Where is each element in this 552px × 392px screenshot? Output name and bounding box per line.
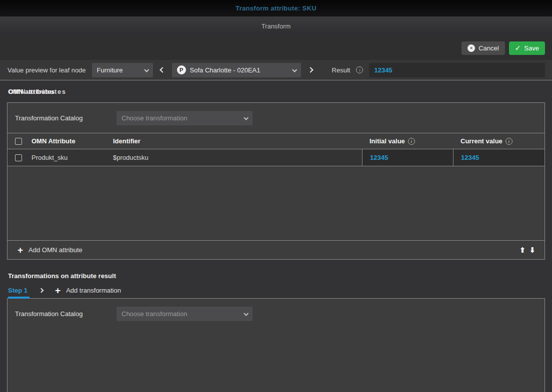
action-toolbar: ✕ Cancel ✓ Save xyxy=(0,36,552,60)
header-identifier: Identifier xyxy=(112,133,362,149)
add-transformation-button[interactable]: + Add transformation xyxy=(55,286,121,295)
omn-table-header: OMN Attribute Identifier Initial value i… xyxy=(8,133,544,149)
transformations-heading: Transformations on attribute result xyxy=(0,260,552,284)
active-tab-underline xyxy=(8,297,30,299)
tab-step-1[interactable]: Step 1 xyxy=(8,287,28,294)
value-preview-label: Value preview for leaf node xyxy=(8,66,86,74)
select-all-checkbox[interactable] xyxy=(15,138,22,145)
omn-attributes-panel: Transformation Catalog Choose transforma… xyxy=(7,102,545,260)
move-down-button[interactable]: ⬇ xyxy=(529,246,536,254)
category-select[interactable]: Furniture xyxy=(92,63,153,77)
current-value-info-icon[interactable]: i xyxy=(506,138,512,145)
product-select[interactable]: P Sofa Charlotte - 020EA1 xyxy=(172,63,301,77)
omn-attributes-heading-area: OMN attributes OMN attributes xyxy=(0,80,552,102)
transformation-catalog-label: Transformation Catalog xyxy=(15,310,112,318)
modal-title: Transform attribute: SKU xyxy=(236,4,316,12)
result-value-field[interactable] xyxy=(369,63,545,77)
step-transformation-select[interactable]: Choose transformation xyxy=(116,307,252,321)
row-checkbox[interactable] xyxy=(15,154,22,161)
step-transformation-select-placeholder: Choose transformation xyxy=(122,310,240,318)
value-preview-bar: Value preview for leaf node Furniture P … xyxy=(0,60,552,80)
steps-scroll-right-button[interactable] xyxy=(40,289,43,292)
table-empty-space xyxy=(8,166,544,240)
chevron-left-icon xyxy=(160,67,165,72)
omn-attributes-heading-ghost: OMN attributes xyxy=(8,88,66,95)
header-current-value-label: Current value xyxy=(460,137,502,145)
modal-subtitle: Transform xyxy=(262,22,291,30)
step-catalog-row: Transformation Catalog Choose transforma… xyxy=(8,299,544,329)
header-initial-value-label: Initial value xyxy=(370,137,405,145)
result-info-icon[interactable]: i xyxy=(356,66,363,73)
next-product-button[interactable] xyxy=(307,66,314,73)
row-identifier: $productsku xyxy=(112,149,362,166)
add-omn-attribute-label: Add OMN attribute xyxy=(28,246,82,254)
omn-transformation-select[interactable]: Choose transformation xyxy=(116,111,252,125)
header-initial-value: Initial value i xyxy=(362,133,453,149)
add-transformation-label: Add transformation xyxy=(66,287,121,294)
product-badge-icon: P xyxy=(177,65,186,74)
plus-icon: + xyxy=(55,286,60,295)
cancel-button[interactable]: ✕ Cancel xyxy=(462,41,504,55)
header-omn-attribute: OMN Attribute xyxy=(30,133,112,149)
modal-titlebar: Transform attribute: SKU xyxy=(0,0,552,16)
initial-value-info-icon[interactable]: i xyxy=(408,138,415,145)
reorder-controls: ⬆ ⬇ xyxy=(520,246,536,254)
cancel-circle-x-icon: ✕ xyxy=(468,44,475,52)
omn-transformation-select-placeholder: Choose transformation xyxy=(122,114,240,122)
chevron-down-icon xyxy=(244,115,248,120)
omn-catalog-row: Transformation Catalog Choose transforma… xyxy=(8,103,544,133)
transformation-catalog-label: Transformation Catalog xyxy=(15,114,112,122)
row-checkbox-cell xyxy=(8,149,30,166)
save-button-label: Save xyxy=(524,44,539,52)
row-current-value-field[interactable]: 12345 xyxy=(453,149,544,166)
omn-table-footer: + Add OMN attribute ⬆ ⬇ xyxy=(8,240,544,259)
move-up-button[interactable]: ⬆ xyxy=(520,246,526,254)
header-current-value: Current value i xyxy=(453,133,544,149)
previous-product-button[interactable] xyxy=(159,66,166,73)
select-all-cell xyxy=(8,133,30,149)
save-check-icon: ✓ xyxy=(515,44,521,52)
table-row[interactable]: Produkt_sku $productsku 12345 12345 xyxy=(8,149,544,166)
category-select-value: Furniture xyxy=(97,66,140,74)
chevron-right-icon xyxy=(308,67,313,72)
add-omn-attribute-button[interactable]: + Add OMN attribute xyxy=(18,245,82,255)
transformation-steps-tabs: Step 1 + Add transformation xyxy=(0,284,552,297)
chevron-down-icon xyxy=(292,67,297,72)
cancel-button-label: Cancel xyxy=(478,44,498,52)
chevron-down-icon xyxy=(144,67,149,72)
save-button[interactable]: ✓ Save xyxy=(509,41,545,55)
modal-subtitlebar: Transform xyxy=(0,16,552,36)
chevron-right-icon xyxy=(39,288,44,293)
row-initial-value-field[interactable]: 12345 xyxy=(362,149,453,166)
product-select-value: Sofa Charlotte - 020EA1 xyxy=(190,66,288,74)
plus-icon: + xyxy=(18,245,23,255)
chevron-down-icon xyxy=(244,311,248,316)
row-attribute-name: Produkt_sku xyxy=(30,149,112,166)
result-label: Result xyxy=(332,66,350,74)
transformation-step-panel: Transformation Catalog Choose transforma… xyxy=(7,298,545,392)
